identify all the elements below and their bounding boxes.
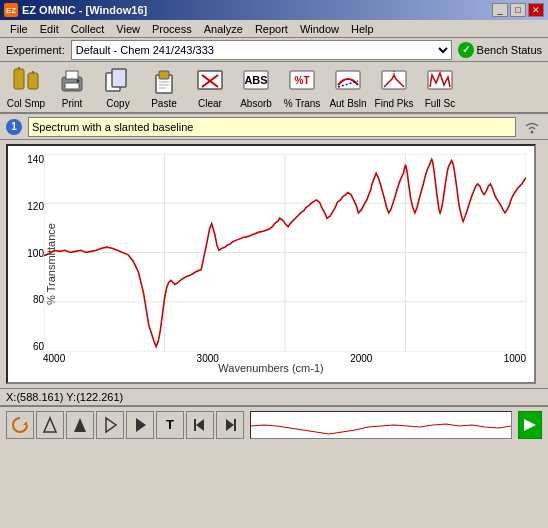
menu-window[interactable]: Window: [294, 22, 345, 36]
experiment-select[interactable]: Default - Chem 241/243/333: [71, 40, 452, 60]
print-icon: [56, 65, 88, 97]
x-tick-4000: 4000: [43, 353, 65, 364]
menu-edit[interactable]: Edit: [34, 22, 65, 36]
clear-icon: [194, 65, 226, 97]
aut-bsln-icon: [332, 65, 364, 97]
experiment-bar: Experiment: Default - Chem 241/243/333 ✓…: [0, 38, 548, 62]
full-sc-button[interactable]: Full Sc: [418, 64, 462, 110]
pct-trans-icon: %T: [286, 65, 318, 97]
wifi-icon: [522, 119, 542, 135]
svg-marker-47: [524, 419, 536, 431]
next-button[interactable]: [216, 411, 244, 439]
find-pks-button[interactable]: Find Pks: [372, 64, 416, 110]
pct-trans-button[interactable]: %T % Trans: [280, 64, 324, 110]
menu-help[interactable]: Help: [345, 22, 380, 36]
mini-spectrum-preview: [250, 411, 512, 439]
app-title: EZ OMNIC - [Window16]: [22, 4, 147, 16]
menu-bar: File Edit Collect View Process Analyze R…: [0, 20, 548, 38]
svg-marker-38: [23, 421, 27, 425]
peak-button-1[interactable]: [36, 411, 64, 439]
chart-border: % Transmittance 140 120 100 80 60: [6, 144, 536, 384]
paste-label: Paste: [151, 98, 177, 109]
text-button[interactable]: T: [156, 411, 184, 439]
y-tick-140: 140: [22, 154, 44, 165]
experiment-label: Experiment:: [6, 44, 65, 56]
menu-file[interactable]: File: [4, 22, 34, 36]
go-right-button[interactable]: [518, 411, 542, 439]
print-label: Print: [62, 98, 83, 109]
y-tick-120: 120: [22, 201, 44, 212]
svg-rect-6: [65, 83, 79, 89]
svg-marker-42: [136, 418, 146, 432]
spectrum-chart: [44, 154, 526, 352]
svg-rect-1: [28, 73, 38, 89]
svg-marker-40: [74, 418, 86, 432]
print-button[interactable]: Print: [50, 64, 94, 110]
bench-status-icon: ✓: [458, 42, 474, 58]
menu-collect[interactable]: Collect: [65, 22, 111, 36]
spectrum-number: 1: [6, 119, 22, 135]
svg-marker-41: [106, 418, 116, 432]
spectrum-name-input[interactable]: [28, 117, 516, 137]
y-tick-80: 80: [22, 294, 44, 305]
svg-point-7: [77, 80, 80, 83]
y-tick-100: 100: [22, 248, 44, 259]
status-bar: X:(588.161) Y:(122.261): [0, 388, 548, 406]
x-tick-1000: 1000: [504, 353, 526, 364]
y-tick-labels: 140 120 100 80 60: [22, 154, 44, 352]
main-toolbar: Col Smp Print Copy Paste Clear ABS Absor…: [0, 62, 548, 114]
peak-button-4[interactable]: [126, 411, 154, 439]
x-tick-3000: 3000: [197, 353, 219, 364]
title-bar: EZ EZ OMNIC - [Window16] _ □ ✕: [0, 0, 548, 20]
aut-bsln-label: Aut Bsln: [329, 98, 366, 109]
copy-icon: [102, 65, 134, 97]
svg-text:ABS: ABS: [244, 74, 267, 86]
pct-trans-label: % Trans: [284, 98, 321, 109]
absorb-icon: ABS: [240, 65, 272, 97]
close-button[interactable]: ✕: [528, 3, 544, 17]
rotate-button[interactable]: [6, 411, 34, 439]
paste-button[interactable]: Paste: [142, 64, 186, 110]
x-axis-label: Wavenumbers (cm-1): [218, 362, 323, 374]
find-pks-label: Find Pks: [375, 98, 414, 109]
y-tick-60: 60: [22, 341, 44, 352]
bench-status-label: Bench Status: [477, 44, 542, 56]
coordinates-display: X:(588.161) Y:(122.261): [6, 391, 123, 403]
svg-rect-0: [14, 69, 24, 89]
copy-label: Copy: [106, 98, 129, 109]
svg-marker-43: [196, 419, 204, 431]
full-sc-icon: [424, 65, 456, 97]
app-icon: EZ: [4, 3, 18, 17]
col-smp-button[interactable]: Col Smp: [4, 64, 48, 110]
svg-point-27: [531, 130, 534, 133]
peak-button-2[interactable]: [66, 411, 94, 439]
peak-button-3[interactable]: [96, 411, 124, 439]
chart-container: % Transmittance 140 120 100 80 60: [0, 140, 548, 388]
prev-button[interactable]: [186, 411, 214, 439]
svg-text:%T: %T: [295, 75, 310, 86]
clear-label: Clear: [198, 98, 222, 109]
maximize-button[interactable]: □: [510, 3, 526, 17]
bottom-toolbar: T: [0, 406, 548, 442]
absorb-label: Absorb: [240, 98, 272, 109]
x-tick-2000: 2000: [350, 353, 372, 364]
menu-analyze[interactable]: Analyze: [198, 22, 249, 36]
find-pks-icon: [378, 65, 410, 97]
svg-rect-9: [112, 69, 126, 87]
spectrum-title-bar: 1: [0, 114, 548, 140]
menu-process[interactable]: Process: [146, 22, 198, 36]
menu-view[interactable]: View: [110, 22, 146, 36]
clear-button[interactable]: Clear: [188, 64, 232, 110]
menu-report[interactable]: Report: [249, 22, 294, 36]
svg-marker-39: [44, 418, 56, 432]
minimize-button[interactable]: _: [492, 3, 508, 17]
col-smp-icon: [10, 65, 42, 97]
absorb-button[interactable]: ABS Absorb: [234, 64, 278, 110]
paste-icon: [148, 65, 180, 97]
svg-rect-5: [66, 71, 78, 79]
copy-button[interactable]: Copy: [96, 64, 140, 110]
svg-marker-45: [226, 419, 234, 431]
aut-bsln-button[interactable]: Aut Bsln: [326, 64, 370, 110]
svg-rect-11: [159, 71, 169, 79]
full-sc-label: Full Sc: [425, 98, 456, 109]
